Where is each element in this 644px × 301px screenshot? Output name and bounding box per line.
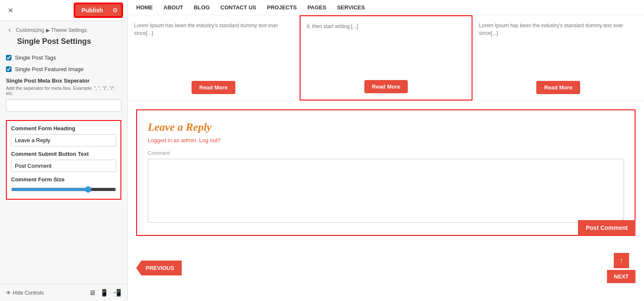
mobile-icon-button[interactable]: 📲 bbox=[113, 289, 121, 297]
left-panel: ✕ Publish ⚙ ‹ Customizing ▶ Theme Settin… bbox=[0, 0, 128, 301]
blog-card-1-text: Lorem Ipsum has been the industry's stan… bbox=[134, 22, 293, 77]
desktop-icon-button[interactable]: 🖥 bbox=[89, 289, 96, 297]
leave-reply-section: Leave a Reply Logged in as admin. Log ou… bbox=[136, 109, 635, 236]
breadcrumb: Customizing ▶ Theme Settings bbox=[16, 26, 87, 34]
read-more-btn-1[interactable]: Read More bbox=[192, 81, 235, 94]
nav-services[interactable]: SERVICES bbox=[337, 4, 365, 11]
single-post-featured-item: Single Post Featured Image bbox=[6, 66, 121, 72]
meta-box-separator-input[interactable] bbox=[6, 99, 121, 112]
device-icons: 🖥 📱 📲 bbox=[89, 289, 121, 297]
blog-card-1: Lorem Ipsum has been the industry's stan… bbox=[128, 15, 300, 100]
single-post-featured-label: Single Post Featured Image bbox=[15, 66, 83, 72]
publish-button[interactable]: Publish bbox=[74, 3, 109, 17]
breadcrumb-area: ‹ Customizing ▶ Theme Settings bbox=[0, 21, 127, 37]
single-post-featured-checkbox[interactable] bbox=[6, 66, 11, 72]
close-button[interactable]: ✕ bbox=[4, 5, 17, 16]
hide-controls-button[interactable]: 👁 Hide Controls bbox=[6, 290, 44, 296]
nav-pages[interactable]: PAGES bbox=[307, 4, 326, 11]
breadcrumb-link[interactable]: Customizing bbox=[16, 27, 44, 33]
blog-card-3: Lorem Ipsum has been the industry's stan… bbox=[472, 15, 644, 100]
blog-card-3-text: Lorem Ipsum has been the industry's stan… bbox=[479, 22, 638, 77]
meta-box-separator-label: Single Post Meta Box Seperator bbox=[6, 77, 121, 84]
comment-form-heading-input[interactable] bbox=[11, 134, 116, 146]
top-bar: ✕ Publish ⚙ bbox=[0, 0, 127, 21]
nav-about[interactable]: ABOUT bbox=[163, 4, 183, 11]
page-title: Single Post Settings bbox=[0, 37, 127, 50]
comment-form-settings-box: Comment Form Heading Comment Submit Butt… bbox=[6, 120, 121, 200]
next-btn-group: ↑ NEXT bbox=[607, 253, 635, 283]
blog-card-2-text: it; then start writing:[...] bbox=[307, 23, 466, 76]
comment-submit-label: Comment Submit Button Text bbox=[11, 151, 116, 157]
leave-reply-title: Leave a Reply bbox=[148, 121, 624, 134]
settings-button[interactable]: ⚙ bbox=[109, 3, 122, 17]
logged-in-text: Logged in as admin. Log out? bbox=[148, 137, 624, 143]
next-button[interactable]: NEXT bbox=[607, 270, 635, 283]
breadcrumb-separator: ▶ bbox=[46, 27, 51, 33]
scroll-top-button[interactable]: ↑ bbox=[614, 253, 629, 268]
prev-next-row: PREVIOUS ↑ NEXT bbox=[128, 244, 644, 292]
read-more-btn-2[interactable]: Read More bbox=[364, 80, 408, 93]
nav-contact[interactable]: CONTACT US bbox=[220, 4, 256, 11]
single-post-tags-label: Single Post Tags bbox=[15, 54, 56, 61]
nav-blog[interactable]: BLOG bbox=[194, 4, 210, 11]
previous-button[interactable]: PREVIOUS bbox=[136, 261, 182, 275]
comment-label: Comment bbox=[148, 150, 624, 156]
eye-icon: 👁 bbox=[6, 290, 11, 296]
comment-form-heading-label: Comment Form Heading bbox=[11, 125, 116, 132]
bottom-controls: 👁 Hide Controls 🖥 📱 📲 bbox=[0, 284, 127, 301]
preview-nav: HOME ABOUT BLOG CONTACT US PROJECTS PAGE… bbox=[128, 0, 644, 15]
tablet-icon-button[interactable]: 📱 bbox=[100, 289, 109, 297]
comment-size-slider[interactable] bbox=[11, 186, 116, 193]
publish-wrapper: Publish ⚙ bbox=[74, 3, 123, 18]
single-post-tags-item: Single Post Tags bbox=[6, 54, 121, 61]
nav-projects[interactable]: PROJECTS bbox=[267, 4, 297, 11]
comment-textarea[interactable] bbox=[148, 159, 624, 223]
back-button[interactable]: ‹ bbox=[6, 25, 13, 34]
blog-cards-row: Lorem Ipsum has been the industry's stan… bbox=[128, 15, 644, 101]
nav-home[interactable]: HOME bbox=[136, 4, 153, 11]
meta-box-separator-desc: Add the seperator for meta box. Example:… bbox=[6, 86, 121, 96]
hide-controls-label: Hide Controls bbox=[13, 290, 44, 296]
comment-submit-input[interactable] bbox=[11, 160, 116, 172]
comment-size-label: Comment Form Size bbox=[11, 176, 116, 183]
blog-card-2: it; then start writing:[...] Read More bbox=[300, 15, 473, 100]
comment-size-slider-container bbox=[11, 186, 116, 195]
single-post-tags-checkbox[interactable] bbox=[6, 55, 11, 60]
read-more-btn-3[interactable]: Read More bbox=[536, 81, 580, 94]
right-panel: HOME ABOUT BLOG CONTACT US PROJECTS PAGE… bbox=[128, 0, 644, 301]
breadcrumb-current: Theme Settings bbox=[51, 27, 87, 33]
settings-content: Single Post Tags Single Post Featured Im… bbox=[0, 50, 127, 284]
post-comment-button[interactable]: Post Comment bbox=[578, 220, 635, 235]
